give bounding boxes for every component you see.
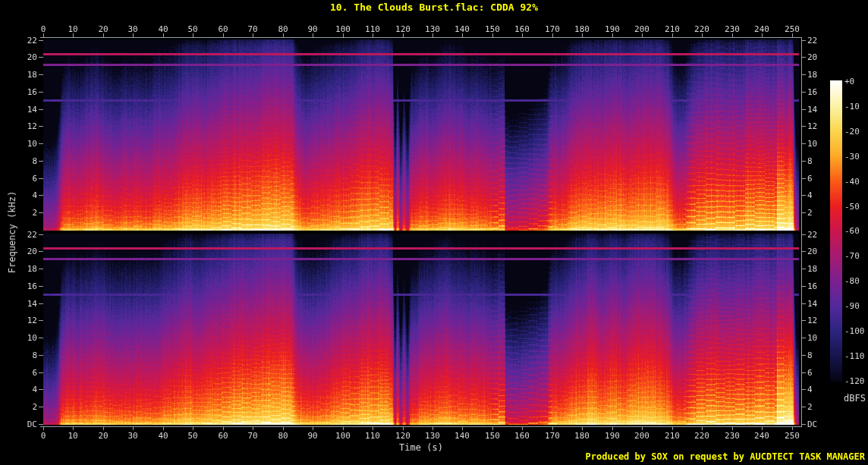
time-tick-label-bottom: 90 [307,431,317,441]
time-tick-label-top: 220 [694,24,709,34]
time-tick-label-bottom: 110 [365,431,380,441]
freq-tick-label-right: 2 [807,208,813,218]
time-tick-label-bottom: 130 [425,431,440,441]
time-tick-label-bottom: 250 [785,431,800,441]
time-tick-label-bottom: 70 [247,431,257,441]
colorbar-tick-label: -40 [844,176,860,186]
freq-tick-label-left: 6 [7,368,37,378]
freq-tick-label-right: 22 [807,36,817,46]
time-tick-label-top: 230 [725,24,740,34]
time-tick-label-top: 90 [307,24,317,34]
freq-tick-label-right: 14 [807,105,817,115]
page-title: 10. The Clouds Burst.flac: CDDA 92% [0,2,868,13]
freq-tick-label-left: 18 [7,70,37,80]
time-tick-label-top: 40 [158,24,168,34]
freq-tick-label-left: 14 [7,299,37,309]
time-tick-label-top: 180 [574,24,590,34]
time-tick-label-bottom: 200 [634,431,649,441]
time-tick-label-bottom: 30 [127,431,137,441]
freq-tick-label-right: 8 [807,350,813,360]
freq-tick-label-right: 6 [807,368,813,378]
colorbar-tick-label: -50 [844,201,860,211]
colorbar-tick-label: -120 [844,375,865,385]
freq-tick-label-right: 18 [807,264,817,274]
freq-tick-label-right: 4 [807,190,813,200]
freq-tick-label-left: 8 [7,156,37,166]
time-axis-label: Time (s) [399,442,443,453]
freq-tick-label-left: 18 [7,264,37,274]
time-tick-label-top: 30 [127,24,137,34]
time-tick-label-top: 110 [365,24,380,34]
freq-tick-label-right: 8 [807,156,813,166]
time-tick-label-top: 130 [425,24,440,34]
freq-tick-label-right: 16 [807,281,817,291]
time-tick-label-bottom: 210 [665,431,680,441]
freq-tick-label-right: 20 [807,247,817,256]
freq-tick-label-right: 14 [807,299,817,309]
time-tick-label-bottom: 0 [41,431,46,441]
freq-tick-label-right: DC [807,419,817,429]
freq-tick-label-left: 4 [7,190,37,200]
time-tick-label-bottom: 120 [395,431,410,441]
time-tick-label-top: 20 [98,24,108,34]
colorbar-tick-label: -70 [844,251,860,261]
freq-tick-label-left: 12 [7,121,37,131]
time-tick-label-bottom: 230 [725,431,740,441]
time-tick-label-top: 80 [278,24,288,34]
freq-tick-label-left: 16 [7,281,37,291]
colorbar-tick-label: -20 [844,126,860,136]
freq-tick-label-left: 20 [7,52,37,62]
colorbar-tick-label: -90 [844,301,860,311]
freq-tick-label-left: 14 [7,105,37,115]
time-tick-label-bottom: 140 [454,431,470,441]
freq-tick-label-right: 12 [807,121,817,131]
colorbar-tick-label: -10 [844,101,860,111]
freq-tick-label-right: 10 [807,139,817,149]
freq-tick-label-left: 10 [7,333,37,343]
time-tick-label-bottom: 10 [68,431,77,441]
time-tick-label-top: 200 [634,24,649,34]
freq-tick-label-left: 22 [7,230,37,240]
freq-tick-label-right: 22 [807,230,817,240]
time-tick-label-top: 0 [41,24,46,34]
time-tick-label-top: 240 [754,24,769,34]
time-tick-label-bottom: 190 [605,431,620,441]
colorbar-tick-label: -110 [844,350,865,360]
colorbar-tick-label: -80 [844,276,860,286]
time-tick-label-bottom: 100 [335,431,351,441]
time-tick-label-bottom: 80 [278,431,288,441]
time-tick-label-top: 150 [485,24,500,34]
time-tick-label-top: 120 [395,24,410,34]
colorbar-tick-label: -100 [844,326,865,336]
freq-tick-label-left: 20 [7,247,37,256]
time-tick-label-bottom: 240 [754,431,769,441]
time-tick-label-bottom: 50 [187,431,197,441]
freq-tick-label-left: DC [7,419,37,429]
colorbar-tick-label: -60 [844,226,860,236]
time-tick-label-top: 250 [785,24,800,34]
colorbar-tick-label: -30 [844,151,860,161]
time-tick-label-top: 160 [514,24,530,34]
freq-tick-label-right: 4 [807,385,813,394]
freq-tick-label-right: 6 [807,174,813,184]
credit-text: Produced by SOX on request by AUCDTECT T… [586,451,865,462]
freq-tick-label-left: 12 [7,316,37,325]
freq-tick-label-left: 2 [7,208,37,218]
colorbar-tick-label: +0 [844,77,854,86]
freq-tick-label-right: 16 [807,87,817,97]
freq-tick-label-left: 8 [7,350,37,360]
time-tick-label-bottom: 160 [514,431,530,441]
time-tick-label-bottom: 220 [694,431,709,441]
freq-tick-label-left: 22 [7,36,37,46]
freq-tick-label-right: 2 [807,402,813,412]
time-tick-label-top: 70 [247,24,257,34]
spectrogram-canvas [0,0,868,465]
time-tick-label-top: 50 [187,24,197,34]
freq-tick-label-right: 18 [807,70,817,80]
time-tick-label-bottom: 60 [218,431,228,441]
time-tick-label-top: 190 [605,24,620,34]
time-tick-label-top: 100 [335,24,351,34]
freq-tick-label-left: 6 [7,174,37,184]
time-tick-label-bottom: 20 [98,431,108,441]
time-tick-label-top: 170 [545,24,560,34]
